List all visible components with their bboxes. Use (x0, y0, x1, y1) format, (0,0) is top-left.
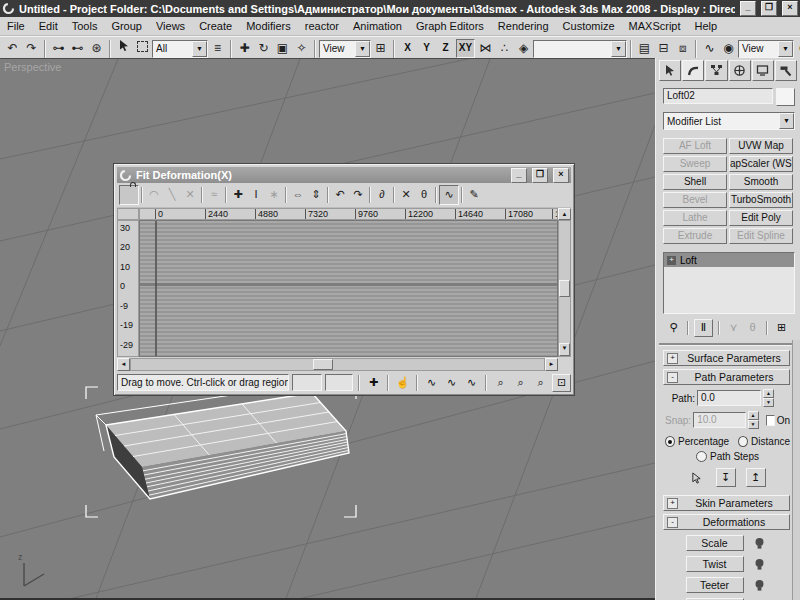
reset-curve-icon[interactable]: θ (415, 186, 433, 204)
scroll-up-button[interactable]: ▲ (558, 208, 571, 220)
layer-manager-icon[interactable]: ⊟ (654, 39, 673, 58)
quick-align-icon[interactable]: ◈ (514, 39, 533, 58)
select-and-link-icon[interactable]: ⊶ (49, 39, 68, 58)
coordinate-y-field[interactable] (325, 374, 353, 391)
menu-animation[interactable]: Animation (346, 20, 409, 32)
render-type-dropdown[interactable]: View ▼ (738, 40, 794, 58)
get-shape-icon[interactable]: ∿ (439, 185, 459, 205)
snap-on-checkbox[interactable] (766, 415, 775, 426)
named-selection-dropdown[interactable]: ▼ (533, 40, 627, 58)
scale-deformation-button[interactable]: Scale (686, 535, 744, 551)
spin-down-icon[interactable]: ▼ (763, 398, 774, 407)
dialog-close-button[interactable]: × (553, 168, 569, 183)
restrict-y-button[interactable]: Y (418, 40, 435, 57)
modifier-button-edit-poly[interactable]: Edit Poly (729, 210, 793, 226)
menu-modifiers[interactable]: Modifiers (239, 20, 298, 32)
undo-icon[interactable]: ↶ (3, 39, 22, 58)
select-and-scale-icon[interactable]: ▣ (273, 39, 292, 58)
tab-utilities[interactable] (775, 60, 797, 81)
horizontal-scroll-track[interactable] (130, 358, 545, 371)
coordinate-x-field[interactable] (292, 374, 323, 391)
zoom-horizontally-icon[interactable]: ⌕ (492, 375, 509, 391)
scale-control-point-icon[interactable]: I (247, 186, 265, 204)
panel-scrollbar[interactable] (792, 340, 800, 600)
rectangular-selection-region-icon[interactable] (133, 39, 152, 58)
distance-radio[interactable] (738, 436, 748, 447)
modifier-button-smooth[interactable]: Smooth (729, 174, 793, 190)
scale-enable-toggle[interactable] (752, 535, 768, 551)
collapse-icon[interactable]: - (667, 372, 678, 383)
modifier-button-shell[interactable]: Shell (663, 174, 727, 190)
modifier-list-dropdown[interactable]: Modifier List ▼ (663, 112, 795, 130)
select-and-manipulate-icon[interactable]: ✧ (292, 39, 311, 58)
zoom-icon[interactable]: ⌕ (532, 375, 549, 391)
menu-maxscript[interactable]: MAXScript (622, 20, 688, 32)
menu-customize[interactable]: Customize (556, 20, 622, 32)
horizontal-scrollbar[interactable]: ◄ ► (117, 358, 571, 371)
surface-parameters-header[interactable]: + Surface Parameters (663, 350, 790, 366)
mirror-icon[interactable]: ⋈ (476, 39, 495, 58)
mirror-horizontally-icon[interactable]: ⇔ (289, 186, 307, 204)
dialog-titlebar[interactable]: Fit Deformation(X) _ ❐ × (117, 167, 571, 183)
path-parameters-header[interactable]: - Path Parameters (663, 369, 790, 385)
next-shape-button[interactable]: ↥ (746, 468, 766, 487)
move-control-point-icon[interactable]: ✚ (229, 186, 247, 204)
menu-file[interactable]: File (0, 20, 32, 32)
restrict-z-button[interactable]: Z (437, 40, 454, 57)
select-and-rotate-icon[interactable]: ↻ (254, 39, 273, 58)
stack-item-loft[interactable]: + Loft (664, 253, 794, 267)
expand-icon[interactable]: + (667, 353, 678, 364)
skin-parameters-header[interactable]: + Skin Parameters (663, 495, 790, 511)
modifier-button-mapscaler[interactable]: apScaler (WSM (729, 156, 793, 172)
schematic-view-icon[interactable]: ⧈ (673, 39, 692, 58)
bind-to-space-warp-icon[interactable]: ⊛ (87, 39, 106, 58)
make-symmetrical-icon[interactable] (119, 185, 139, 205)
restrict-x-button[interactable]: X (399, 40, 416, 57)
render-setup-icon[interactable]: ⊚ (794, 39, 800, 58)
scroll-down-button[interactable]: ▼ (559, 343, 570, 356)
mirror-vertically-icon[interactable]: ⇕ (307, 186, 325, 204)
redo-icon[interactable]: ↷ (22, 39, 41, 58)
tab-create[interactable] (659, 60, 681, 81)
menu-help[interactable]: Help (688, 20, 725, 32)
delete-control-point-icon[interactable]: ∂ (373, 186, 391, 204)
zoom-vertically-icon[interactable]: ⌕ (512, 375, 529, 391)
show-end-result-icon[interactable]: Ⅱ (694, 319, 713, 337)
generate-path-icon[interactable]: ✎ (465, 186, 483, 204)
menu-views[interactable]: Views (149, 20, 192, 32)
reference-coordinate-dropdown[interactable]: View ▼ (319, 40, 371, 58)
material-editor-icon[interactable]: ◉ (719, 39, 738, 58)
zoom-extents-icon[interactable]: ∿ (463, 375, 480, 391)
tab-display[interactable] (752, 60, 774, 81)
rotate-90-cw-icon[interactable]: ↷ (349, 186, 367, 204)
expand-plus-icon[interactable]: + (667, 256, 676, 265)
configure-modifier-sets-icon[interactable]: ⊞ (773, 320, 790, 336)
rotate-90-ccw-icon[interactable]: ↶ (331, 186, 349, 204)
selection-filter-dropdown[interactable]: All ▼ (152, 40, 208, 58)
tab-hierarchy[interactable] (705, 60, 727, 81)
edit-named-selections-icon[interactable]: ▤ (635, 39, 654, 58)
unlink-selection-icon[interactable]: ⊷ (68, 39, 87, 58)
object-color-swatch[interactable] (776, 88, 795, 106)
path-steps-radio[interactable] (696, 451, 707, 462)
zoom-region-icon[interactable]: ⊡ (552, 374, 571, 392)
zoom-value-extents-icon[interactable]: ∿ (443, 375, 460, 391)
use-pivot-point-icon[interactable]: ⊞ (371, 39, 390, 58)
menu-tools[interactable]: Tools (65, 20, 105, 32)
scroll-left-button[interactable]: ◄ (117, 358, 130, 371)
restore-button[interactable]: ❐ (761, 1, 777, 16)
zoom-horizontal-extents-icon[interactable]: ∿ (423, 375, 440, 391)
curve-editor-icon[interactable]: ∿ (700, 39, 719, 58)
modifier-button-turbosmooth[interactable]: TurboSmooth (729, 192, 793, 208)
collapse-icon[interactable]: - (667, 517, 678, 528)
select-object-icon[interactable] (114, 39, 133, 58)
percentage-radio[interactable] (665, 436, 675, 447)
horizontal-scroll-thumb[interactable] (313, 359, 333, 370)
tab-modify[interactable] (682, 60, 704, 81)
deformations-header[interactable]: - Deformations (663, 514, 790, 530)
scroll-right-button[interactable]: ► (545, 358, 558, 371)
teeter-enable-toggle[interactable] (752, 577, 768, 593)
spin-up-icon[interactable]: ▲ (763, 389, 774, 398)
restrict-xy-plane-button[interactable]: XY (456, 39, 475, 58)
path-spinner[interactable]: ▲ ▼ (763, 389, 774, 407)
